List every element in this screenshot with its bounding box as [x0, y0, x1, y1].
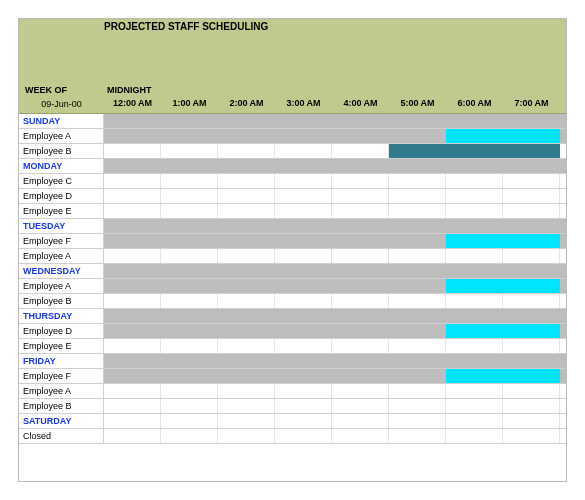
row-label: WEDNESDAY — [19, 264, 104, 278]
day-row: SATURDAY — [19, 414, 566, 429]
day-row: THURSDAY — [19, 309, 566, 324]
schedule-bar — [446, 279, 560, 293]
grid-cell — [218, 189, 275, 203]
grid-cell — [161, 339, 218, 353]
grid-cell — [104, 189, 161, 203]
row-label: Employee B — [19, 399, 104, 413]
day-row: FRIDAY — [19, 354, 566, 369]
row-cells — [104, 249, 566, 263]
row-cells — [104, 189, 566, 203]
grid-cell — [332, 399, 389, 413]
row-cells — [104, 309, 566, 323]
row-cells — [104, 354, 566, 368]
row-label: Closed — [19, 429, 104, 443]
row-cells — [104, 144, 566, 158]
hour-col-1: 1:00 AM — [161, 98, 218, 112]
grid-cell — [332, 174, 389, 188]
grid-cell — [275, 189, 332, 203]
row-label: FRIDAY — [19, 354, 104, 368]
grid-cell — [218, 144, 275, 158]
header-block: PROJECTED STAFF SCHEDULING WEEK OF MIDNI… — [19, 19, 566, 114]
grid-cell — [446, 414, 503, 428]
grid-cell — [161, 294, 218, 308]
grid-cell — [446, 429, 503, 443]
grid-cell — [332, 294, 389, 308]
schedule-grid: SUNDAYEmployee AEmployee BMONDAYEmployee… — [19, 114, 566, 444]
row-cells — [104, 369, 566, 383]
row-label: Employee C — [19, 174, 104, 188]
grid-cell — [161, 384, 218, 398]
row-label: Employee B — [19, 294, 104, 308]
row-cells — [104, 384, 566, 398]
grid-cell — [275, 249, 332, 263]
grid-cell — [161, 204, 218, 218]
employee-row: Employee D — [19, 189, 566, 204]
midnight-label: MIDNIGHT — [107, 85, 152, 95]
grid-cell — [161, 249, 218, 263]
employee-row: Employee F — [19, 369, 566, 384]
week-of-label: WEEK OF — [25, 85, 67, 95]
grid-cell — [389, 174, 446, 188]
grid-cell — [446, 339, 503, 353]
gray-fill — [104, 264, 566, 278]
grid-cell — [446, 384, 503, 398]
grid-cell — [218, 429, 275, 443]
row-cells — [104, 399, 566, 413]
grid-cell — [104, 294, 161, 308]
week-date: 09-Jun-00 — [19, 98, 104, 112]
grid-cell — [104, 339, 161, 353]
schedule-bar — [446, 369, 560, 383]
sheet-title: PROJECTED STAFF SCHEDULING — [19, 19, 566, 32]
grid-cell — [446, 294, 503, 308]
row-cells — [104, 129, 566, 143]
grid-cell — [446, 204, 503, 218]
grid-cell — [503, 429, 560, 443]
employee-row: Employee B — [19, 399, 566, 414]
grid-cell — [389, 384, 446, 398]
employee-row: Employee E — [19, 204, 566, 219]
grid-cell — [275, 384, 332, 398]
grid-cell — [389, 294, 446, 308]
grid-cell — [218, 204, 275, 218]
grid-cell — [104, 384, 161, 398]
grid-cell — [161, 399, 218, 413]
employee-row: Employee E — [19, 339, 566, 354]
gray-fill — [104, 219, 566, 233]
row-cells — [104, 114, 566, 128]
grid-cell — [275, 144, 332, 158]
grid-cell — [503, 384, 560, 398]
grid-cell — [161, 174, 218, 188]
schedule-bar — [446, 129, 560, 143]
grid-cell — [332, 429, 389, 443]
employee-row: Employee D — [19, 324, 566, 339]
row-label: Employee D — [19, 324, 104, 338]
grid-cell — [503, 339, 560, 353]
grid-cell — [218, 384, 275, 398]
grid-cell — [161, 429, 218, 443]
gray-fill — [104, 354, 566, 368]
row-cells — [104, 264, 566, 278]
row-cells — [104, 234, 566, 248]
employee-row: Employee B — [19, 294, 566, 309]
grid-cell — [104, 399, 161, 413]
row-label: Employee E — [19, 204, 104, 218]
row-label: SUNDAY — [19, 114, 104, 128]
employee-row: Employee A — [19, 129, 566, 144]
row-label: Employee A — [19, 129, 104, 143]
grid-cell — [218, 399, 275, 413]
grid-cell — [275, 174, 332, 188]
row-cells — [104, 279, 566, 293]
grid-cell — [503, 249, 560, 263]
grid-cell — [218, 414, 275, 428]
hour-col-5: 5:00 AM — [389, 98, 446, 112]
grid-cell — [161, 189, 218, 203]
grid-cell — [104, 249, 161, 263]
grid-cell — [161, 144, 218, 158]
grid-cell — [275, 339, 332, 353]
grid-cell — [389, 249, 446, 263]
grid-cell — [332, 414, 389, 428]
hour-col-4: 4:00 AM — [332, 98, 389, 112]
grid-cell — [104, 144, 161, 158]
row-label: Employee F — [19, 369, 104, 383]
row-label: Employee B — [19, 144, 104, 158]
